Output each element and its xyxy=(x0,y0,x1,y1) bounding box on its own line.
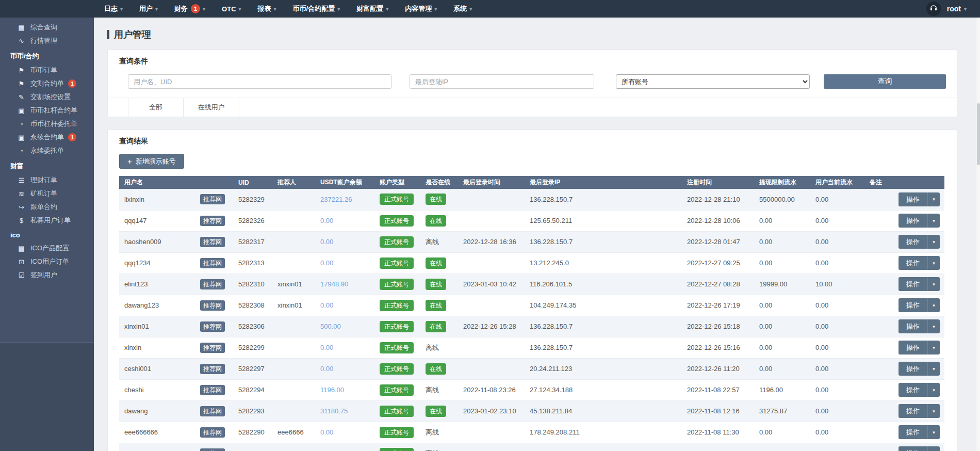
action-button[interactable]: 操作▾ xyxy=(899,319,940,333)
referral-badge[interactable]: 推荐网 xyxy=(200,216,225,226)
add-demo-account-button[interactable]: + 新增演示账号 xyxy=(119,154,184,169)
usdt-balance-link[interactable]: 500.00 xyxy=(320,323,341,330)
action-button[interactable]: 操作▾ xyxy=(899,425,940,439)
username-link[interactable]: xinxin01 xyxy=(124,323,149,330)
action-button[interactable]: 操作▾ xyxy=(899,383,940,397)
sidebar-item-miner-orders[interactable]: ≋矿机订单 xyxy=(0,187,94,200)
nav-item-wealth-config[interactable]: 财富配置▾ xyxy=(348,0,397,18)
action-dropdown-caret[interactable]: ▾ xyxy=(927,425,940,439)
action-button[interactable]: 操作▾ xyxy=(899,192,940,206)
referral-badge[interactable]: 推荐网 xyxy=(200,300,225,311)
tab-online-users[interactable]: 在线用户 xyxy=(184,98,239,117)
last-login-ip-input[interactable] xyxy=(410,74,594,89)
username-link[interactable]: elint123 xyxy=(124,280,148,288)
account-filter-select[interactable]: 所有账号 xyxy=(616,74,810,89)
username-link[interactable]: xinxin xyxy=(124,344,141,351)
action-dropdown-caret[interactable]: ▾ xyxy=(927,362,940,376)
username-link[interactable]: lixinxin xyxy=(124,196,144,203)
action-button-label[interactable]: 操作 xyxy=(899,446,927,451)
sidebar-item-market-manage[interactable]: ∿行情管理 xyxy=(0,34,94,47)
action-button[interactable]: 操作▾ xyxy=(899,214,940,228)
support-avatar-button[interactable] xyxy=(926,2,941,16)
sidebar-item-ico-user-orders[interactable]: ⊡ICO用户订单 xyxy=(0,255,94,268)
action-button-label[interactable]: 操作 xyxy=(899,319,927,333)
sidebar-item-perpetual-contract-orders[interactable]: ▣永续合约单1 xyxy=(0,131,94,144)
referral-badge[interactable]: 推荐网 xyxy=(200,406,225,416)
action-dropdown-caret[interactable]: ▾ xyxy=(927,214,940,228)
action-button-label[interactable]: 操作 xyxy=(899,341,927,355)
usdt-balance-link[interactable]: 0.00 xyxy=(320,428,333,436)
referral-badge[interactable]: 推荐网 xyxy=(200,258,225,268)
usdt-balance-link[interactable]: 1196.00 xyxy=(320,386,344,394)
sidebar-item-delivery-contract-orders[interactable]: ⚑交割合约单1 xyxy=(0,77,94,90)
usdt-balance-link[interactable]: 0.00 xyxy=(320,259,333,267)
username-link[interactable]: cheshi xyxy=(124,386,144,394)
sidebar-item-coin-margin-entrust-orders[interactable]: ◔币币杠杆委托单 xyxy=(0,117,94,131)
sidebar-item-perpetual-entrust-orders[interactable]: ◔永续委托单 xyxy=(0,144,94,157)
action-dropdown-caret[interactable]: ▾ xyxy=(927,319,940,333)
action-dropdown-caret[interactable]: ▾ xyxy=(927,341,940,355)
action-button[interactable]: 操作▾ xyxy=(899,298,940,312)
username-link[interactable]: eee666666 xyxy=(124,428,158,436)
nav-item-logs[interactable]: 日志▾ xyxy=(96,0,131,18)
action-button-label[interactable]: 操作 xyxy=(899,298,927,312)
action-button-label[interactable]: 操作 xyxy=(899,277,927,291)
username-link[interactable]: dawang xyxy=(124,407,148,415)
usdt-balance-link[interactable]: 0.00 xyxy=(320,365,333,373)
referral-badge[interactable]: 推荐网 xyxy=(200,427,225,438)
action-dropdown-caret[interactable]: ▾ xyxy=(927,235,940,249)
action-button[interactable]: 操作▾ xyxy=(899,362,940,376)
action-button-label[interactable]: 操作 xyxy=(899,425,927,439)
nav-item-reports[interactable]: 报表▾ xyxy=(250,0,285,18)
usdt-balance-link[interactable]: 17948.90 xyxy=(320,280,348,288)
referral-badge[interactable]: 推荐网 xyxy=(200,364,225,374)
nav-item-coin-contract-config[interactable]: 币币/合约配置▾ xyxy=(285,0,349,18)
action-dropdown-caret[interactable]: ▾ xyxy=(927,192,940,206)
action-button-label[interactable]: 操作 xyxy=(899,362,927,376)
vertical-scrollbar[interactable] xyxy=(976,18,980,451)
nav-item-finance[interactable]: 财务1▾ xyxy=(166,0,214,18)
sidebar-item-coin-margin-contract-orders[interactable]: ▣币币杠杆合约单 xyxy=(0,104,94,117)
action-dropdown-caret[interactable]: ▾ xyxy=(927,256,940,270)
action-button[interactable]: 操作▾ xyxy=(899,341,940,355)
action-button[interactable]: 操作▾ xyxy=(899,277,940,291)
action-button[interactable]: 操作▾ xyxy=(899,235,940,249)
sidebar-item-overview-query[interactable]: ▦综合查询 xyxy=(0,21,94,34)
action-dropdown-caret[interactable]: ▾ xyxy=(927,404,940,418)
sidebar-item-copy-trade-contract[interactable]: ↪跟单合约 xyxy=(0,200,94,214)
search-button[interactable]: 查询 xyxy=(824,74,946,89)
referral-badge[interactable]: 推荐网 xyxy=(200,194,225,204)
referral-badge[interactable]: 推荐网 xyxy=(200,279,225,289)
action-button-label[interactable]: 操作 xyxy=(899,256,927,270)
username-link[interactable]: dawang123 xyxy=(124,301,159,309)
action-button[interactable]: 操作▾ xyxy=(899,446,940,451)
referral-badge[interactable]: 推荐网 xyxy=(200,385,225,395)
username-link[interactable]: qqq147 xyxy=(124,217,146,224)
action-button-label[interactable]: 操作 xyxy=(899,404,927,418)
usdt-balance-link[interactable]: 31180.75 xyxy=(320,407,348,415)
action-button[interactable]: 操作▾ xyxy=(899,404,940,418)
sidebar-item-delivery-control-settings[interactable]: ✎交割场控设置 xyxy=(0,90,94,104)
sidebar-item-wealth-orders[interactable]: ☰理财订单 xyxy=(0,173,94,187)
sidebar-item-checkin-users[interactable]: ☑签到用户 xyxy=(0,268,94,282)
action-button-label[interactable]: 操作 xyxy=(899,235,927,249)
action-button-label[interactable]: 操作 xyxy=(899,214,927,228)
usdt-balance-link[interactable]: 237221.26 xyxy=(320,196,352,203)
scrollbar-thumb[interactable] xyxy=(977,103,980,165)
action-button-label[interactable]: 操作 xyxy=(899,192,927,206)
referral-badge[interactable]: 推荐网 xyxy=(200,448,225,451)
action-button-label[interactable]: 操作 xyxy=(899,383,927,397)
sidebar-item-ico-product-config[interactable]: ▤ICO产品配置 xyxy=(0,241,94,255)
referral-badge[interactable]: 推荐网 xyxy=(200,237,225,247)
referral-badge[interactable]: 推荐网 xyxy=(200,321,225,332)
usdt-balance-link[interactable]: 0.00 xyxy=(320,301,333,309)
referral-badge[interactable]: 推荐网 xyxy=(200,343,225,353)
usdt-balance-link[interactable]: 0.00 xyxy=(320,217,333,224)
action-button[interactable]: 操作▾ xyxy=(899,256,940,270)
username-link[interactable]: qqq1234 xyxy=(124,259,151,267)
sidebar-item-coin-orders[interactable]: ⚑币币订单 xyxy=(0,63,94,77)
action-dropdown-caret[interactable]: ▾ xyxy=(927,277,940,291)
usdt-balance-link[interactable]: 0.00 xyxy=(320,344,333,351)
username-uid-input[interactable] xyxy=(128,74,391,89)
username-link[interactable]: ceshi001 xyxy=(124,365,151,373)
